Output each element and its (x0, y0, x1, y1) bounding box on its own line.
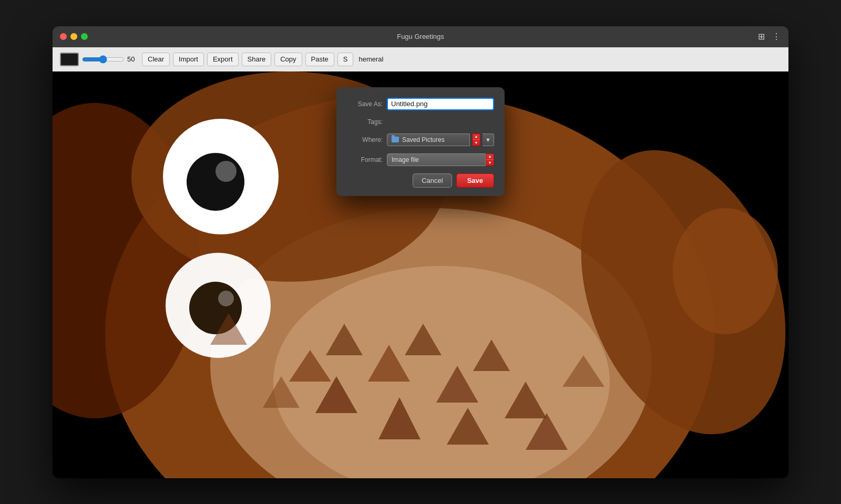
titlebar-icons: ⊞ ⋮ (758, 32, 781, 42)
dialog-overlay: Save As: Tags: Where: Saved Pictures (53, 71, 788, 478)
canvas-area: Save As: Tags: Where: Saved Pictures (53, 71, 788, 478)
where-stepper[interactable]: ▲ ▼ (472, 133, 480, 146)
s-button[interactable]: S (337, 53, 354, 66)
export-button[interactable]: Export (207, 53, 239, 66)
save-button[interactable]: Save (456, 173, 494, 188)
window-title: Fugu Greetings (397, 33, 444, 40)
format-row: Format: Image file ▲ ▼ (347, 153, 494, 166)
ephemeral-text: hemeral (358, 55, 383, 63)
tags-label: Tags: (347, 118, 383, 126)
copy-button[interactable]: Copy (274, 53, 302, 66)
clear-button[interactable]: Clear (142, 53, 170, 66)
format-stepper[interactable]: ▲ ▼ (486, 153, 494, 166)
share-button[interactable]: Share (242, 53, 272, 66)
where-select[interactable]: Saved Pictures (387, 133, 470, 146)
format-stepper-up[interactable]: ▲ (486, 154, 494, 160)
pen-color-swatch[interactable] (60, 53, 79, 66)
save-as-row: Save As: (347, 98, 494, 110)
paste-button[interactable]: Paste (305, 53, 334, 66)
size-slider[interactable] (82, 55, 124, 64)
save-as-input[interactable] (387, 98, 494, 110)
slider-value: 50 (127, 55, 139, 63)
kebab-menu-icon[interactable]: ⋮ (772, 32, 781, 42)
format-label: Format: (347, 156, 383, 163)
format-select[interactable]: Image file (387, 153, 486, 166)
dialog-buttons: Cancel Save (347, 173, 494, 188)
size-slider-container: 50 (82, 55, 139, 64)
format-container: Image file ▲ ▼ (387, 153, 494, 166)
app-window: Fugu Greetings ⊞ ⋮ 50 Clear Import Expor… (53, 26, 788, 478)
format-value: Image file (392, 156, 419, 163)
cancel-button[interactable]: Cancel (413, 173, 452, 188)
where-value: Saved Pictures (402, 136, 445, 143)
tags-input[interactable] (387, 116, 494, 128)
folder-icon (392, 137, 399, 142)
traffic-lights (60, 33, 88, 40)
close-button[interactable] (60, 33, 67, 40)
minimize-button[interactable] (70, 33, 77, 40)
where-expand-button[interactable]: ▼ (483, 133, 494, 146)
save-as-label: Save As: (347, 100, 383, 108)
maximize-button[interactable] (81, 33, 88, 40)
save-dialog: Save As: Tags: Where: Saved Pictures (336, 87, 505, 196)
toolbar: 50 Clear Import Export Share Copy Paste … (53, 47, 788, 71)
titlebar: Fugu Greetings ⊞ ⋮ (53, 26, 788, 47)
where-label: Where: (347, 136, 383, 143)
stepper-up[interactable]: ▲ (473, 134, 480, 140)
where-row: Where: Saved Pictures ▲ ▼ ▼ (347, 133, 494, 146)
where-container: Saved Pictures ▲ ▼ ▼ (387, 133, 494, 146)
tags-row: Tags: (347, 116, 494, 128)
import-button[interactable]: Import (173, 53, 204, 66)
stepper-down[interactable]: ▼ (473, 140, 480, 146)
extension-icon[interactable]: ⊞ (758, 32, 765, 42)
format-stepper-down[interactable]: ▼ (486, 160, 494, 166)
